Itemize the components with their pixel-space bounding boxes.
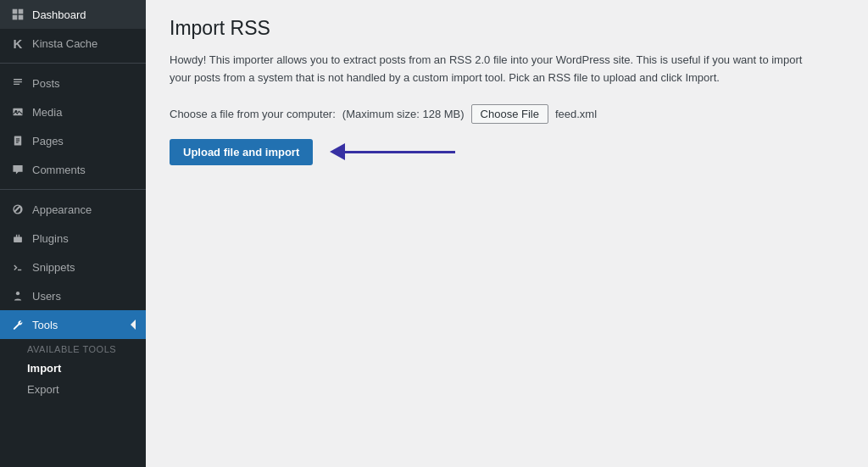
snippets-icon — [10, 259, 25, 275]
pages-label: Pages — [32, 135, 64, 147]
sidebar-item-users[interactable]: Users — [0, 281, 146, 310]
svg-rect-3 — [19, 15, 24, 20]
appearance-icon — [10, 202, 25, 217]
media-label: Media — [32, 106, 62, 119]
appearance-label: Appearance — [32, 203, 92, 216]
sidebar-item-media[interactable]: Media — [0, 97, 146, 126]
comments-label: Comments — [32, 164, 86, 176]
snippets-label: Snippets — [32, 261, 75, 274]
kinsta-icon: K — [10, 36, 25, 51]
tools-icon — [10, 317, 25, 332]
pages-icon — [10, 133, 25, 148]
plugins-label: Plugins — [32, 232, 69, 245]
users-icon — [10, 288, 25, 303]
svg-rect-1 — [19, 9, 24, 14]
svg-rect-10 — [14, 237, 22, 242]
kinsta-cache-label: Kinsta Cache — [32, 37, 97, 50]
tools-submenu: Available Tools Import Export — [0, 339, 146, 400]
submenu-item-import[interactable]: Import — [0, 358, 146, 379]
svg-rect-2 — [13, 15, 18, 20]
media-icon — [10, 104, 25, 120]
svg-rect-4 — [13, 108, 22, 115]
file-label: Choose a file from your computer: — [170, 108, 336, 120]
sidebar-item-dashboard[interactable]: Dashboard — [0, 0, 146, 29]
tools-label: Tools — [32, 319, 58, 331]
sidebar-item-plugins[interactable]: Plugins — [0, 224, 146, 253]
svg-rect-11 — [16, 235, 17, 238]
dashboard-icon — [10, 7, 25, 22]
sidebar-item-appearance[interactable]: Appearance — [0, 195, 146, 224]
svg-rect-12 — [19, 235, 19, 238]
arrow-graphic — [330, 143, 455, 160]
main-content: Import RSS Howdy! This importer allows y… — [146, 0, 868, 467]
svg-point-14 — [16, 292, 19, 295]
file-size-label: (Maximum size: 128 MB) — [342, 108, 465, 120]
sidebar-item-tools[interactable]: Tools — [0, 310, 146, 339]
sidebar-item-pages[interactable]: Pages — [0, 126, 146, 155]
upload-row: Upload file and import — [170, 139, 844, 165]
arrow-head — [330, 143, 345, 160]
dashboard-label: Dashboard — [32, 8, 86, 21]
posts-label: Posts — [32, 77, 60, 90]
sidebar: Dashboard K Kinsta Cache Posts Media Pag… — [0, 0, 146, 467]
users-label: Users — [32, 290, 61, 303]
file-input-row: Choose a file from your computer: (Maxim… — [170, 104, 844, 124]
arrow-line — [345, 151, 455, 153]
upload-import-button[interactable]: Upload file and import — [170, 139, 313, 165]
choose-file-button[interactable]: Choose File — [471, 104, 548, 124]
sidebar-item-snippets[interactable]: Snippets — [0, 253, 146, 281]
submenu-section-label: Available Tools — [0, 339, 146, 358]
tools-arrow — [131, 320, 136, 330]
submenu-item-export[interactable]: Export — [0, 379, 146, 400]
comments-icon — [10, 162, 25, 177]
page-title: Import RSS — [170, 17, 844, 40]
posts-icon — [10, 75, 25, 91]
svg-rect-0 — [13, 9, 18, 14]
sidebar-item-comments[interactable]: Comments — [0, 155, 146, 184]
plugins-icon — [10, 231, 25, 246]
selected-file-name: feed.xml — [555, 108, 597, 120]
page-description: Howdy! This importer allows you to extra… — [170, 52, 814, 87]
sidebar-item-posts[interactable]: Posts — [0, 69, 146, 97]
sidebar-item-kinsta-cache[interactable]: K Kinsta Cache — [0, 29, 146, 58]
